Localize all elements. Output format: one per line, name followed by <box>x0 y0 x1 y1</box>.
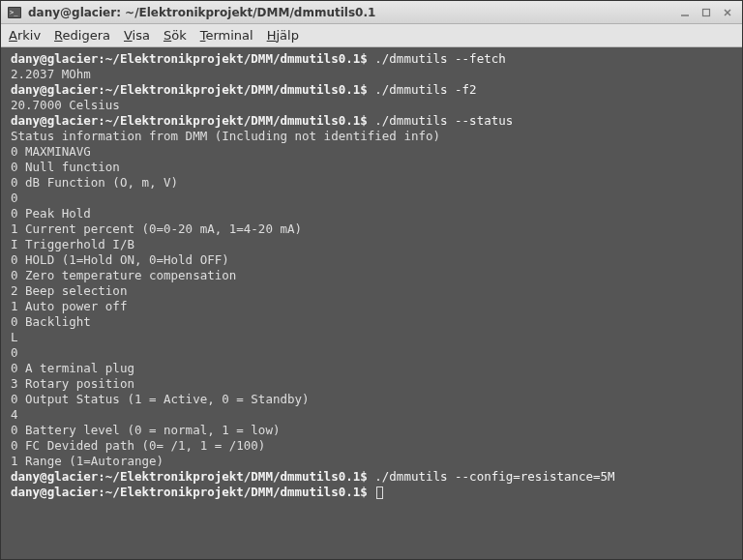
output-line: 0 FC Devided path (0= /1, 1 = /100) <box>11 438 732 454</box>
output-line: 1 Range (1=Autorange) <box>11 454 732 469</box>
maximize-button[interactable] <box>698 5 715 20</box>
command-text: ./dmmutils --status <box>368 113 514 128</box>
output-line: 0 dB Function (O, m, V) <box>11 175 732 191</box>
prompt-line: dany@glacier:~/Elektronikprojekt/DMM/dmm… <box>11 82 732 98</box>
output-line: 0 Peak Hold <box>11 206 732 221</box>
command-text: ./dmmutils --fetch <box>368 51 506 66</box>
output-line: 0 Output Status (1 = Active, 0 = Standby… <box>11 392 732 407</box>
terminal-window: >_ dany@glacier: ~/Elektronikprojekt/DMM… <box>0 0 743 560</box>
output-line: 0 Battery level (0 = normal, 1 = low) <box>11 423 732 438</box>
menu-hjalp[interactable]: Hjälp <box>267 28 299 43</box>
output-line: 1 Current percent (0=0-20 mA, 1=4-20 mA) <box>11 221 732 237</box>
cursor <box>376 486 383 499</box>
menu-terminal[interactable]: Terminal <box>200 28 253 43</box>
output-line: 0 Zero temperature compensation <box>11 268 732 283</box>
prompt: dany@glacier:~/Elektronikprojekt/DMM/dmm… <box>11 51 368 66</box>
output-line: I Triggerhold I/B <box>11 237 732 252</box>
output-line: 0 HOLD (1=Hold ON, 0=Hold OFF) <box>11 252 732 268</box>
output-line: 0 MAXMINAVG <box>11 144 732 160</box>
prompt: dany@glacier:~/Elektronikprojekt/DMM/dmm… <box>11 82 368 97</box>
svg-rect-4 <box>703 9 710 15</box>
output-line: 0 <box>11 345 732 361</box>
prompt-line: dany@glacier:~/Elektronikprojekt/DMM/dmm… <box>11 485 732 500</box>
window-title: dany@glacier: ~/Elektronikprojekt/DMM/dm… <box>28 6 676 19</box>
output-line: 1 Auto power off <box>11 299 732 314</box>
prompt: dany@glacier:~/Elektronikprojekt/DMM/dmm… <box>11 485 368 499</box>
menu-arkiv[interactable]: Arkiv <box>9 28 41 43</box>
window-controls <box>676 5 736 20</box>
output-line: 2.2037 MOhm <box>11 67 732 82</box>
output-line: 2 Beep selection <box>11 283 732 299</box>
output-line: 20.7000 Celsius <box>11 98 732 113</box>
prompt-line: dany@glacier:~/Elektronikprojekt/DMM/dmm… <box>11 113 732 129</box>
output-line: 0 <box>11 191 732 206</box>
minimize-button[interactable] <box>676 5 694 20</box>
menubar: Arkiv Redigera Visa Sök Terminal Hjälp <box>1 24 742 47</box>
output-line: 3 Rotary position <box>11 376 732 392</box>
menu-redigera[interactable]: Redigera <box>54 28 110 43</box>
output-line: 0 Backlight <box>11 314 732 330</box>
menu-sok[interactable]: Sök <box>163 28 187 43</box>
prompt: dany@glacier:~/Elektronikprojekt/DMM/dmm… <box>11 113 368 128</box>
output-line: Status information from DMM (Including n… <box>11 129 732 144</box>
command-text: ./dmmutils --config=resistance=5M <box>368 469 615 484</box>
output-line: 0 A terminal plug <box>11 361 732 376</box>
terminal-app-icon: >_ <box>7 5 22 20</box>
titlebar: >_ dany@glacier: ~/Elektronikprojekt/DMM… <box>1 1 742 24</box>
menu-visa[interactable]: Visa <box>124 28 150 43</box>
terminal-viewport[interactable]: dany@glacier:~/Elektronikprojekt/DMM/dmm… <box>1 47 742 559</box>
command-text: ./dmmutils -f2 <box>368 82 477 97</box>
prompt: dany@glacier:~/Elektronikprojekt/DMM/dmm… <box>11 469 368 484</box>
output-line: L <box>11 330 732 345</box>
close-button[interactable] <box>719 5 736 20</box>
prompt-line: dany@glacier:~/Elektronikprojekt/DMM/dmm… <box>11 469 732 485</box>
output-line: 4 <box>11 407 732 423</box>
prompt-line: dany@glacier:~/Elektronikprojekt/DMM/dmm… <box>11 51 732 67</box>
svg-text:>_: >_ <box>10 9 18 16</box>
output-line: 0 Null function <box>11 160 732 175</box>
